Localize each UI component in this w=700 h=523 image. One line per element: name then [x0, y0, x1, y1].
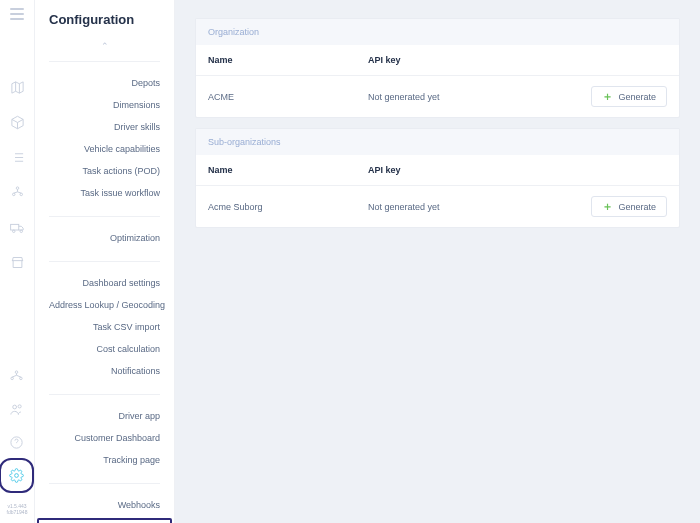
sidenav-group-3: Dashboard settings Address Lookup / Geoc… — [49, 261, 160, 394]
svg-point-7 — [11, 377, 14, 380]
package-icon[interactable] — [10, 115, 25, 130]
panel-heading-organization: Organization — [196, 19, 679, 45]
svg-point-1 — [12, 193, 15, 196]
app-root: v1.5.443 fdb71948 Configuration ⌃ Depots… — [0, 0, 700, 523]
users-icon[interactable] — [9, 402, 24, 417]
sidenav-item-tracking-page[interactable]: Tracking page — [49, 449, 160, 471]
sidenav-item-task-issue-workflow[interactable]: Task issue workflow — [49, 182, 160, 204]
list-icon[interactable] — [10, 150, 25, 165]
cell-org-key: Not generated yet — [356, 76, 556, 118]
svg-point-10 — [19, 405, 22, 408]
menu-toggle-icon[interactable] — [10, 8, 24, 20]
sidenav-group-2: Optimization — [49, 216, 160, 261]
col-header-name: Name — [196, 45, 356, 76]
sidenav-item-task-actions[interactable]: Task actions (POD) — [49, 160, 160, 182]
generate-button[interactable]: ＋ Generate — [591, 196, 667, 217]
plus-icon: ＋ — [602, 201, 613, 212]
sidenav-item-active-wrap: API keys — [37, 518, 172, 523]
sidenav-item-customer-dashboard[interactable]: Customer Dashboard — [49, 427, 160, 449]
rail-bottom-icons: v1.5.443 fdb71948 — [7, 369, 28, 523]
sidenav-item-webhooks[interactable]: Webhooks — [49, 494, 160, 516]
settings-icon[interactable] — [9, 468, 24, 483]
sidenav-group-4: Driver app Customer Dashboard Tracking p… — [49, 394, 160, 483]
sidenav-item-optimization[interactable]: Optimization — [49, 227, 160, 249]
sidenav-item-depots[interactable]: Depots — [49, 72, 160, 94]
sidenav-item-dashboard-settings[interactable]: Dashboard settings — [49, 272, 160, 294]
cell-org-name: ACME — [196, 76, 356, 118]
svg-point-5 — [20, 230, 23, 233]
col-header-actions — [556, 155, 679, 186]
sidenav-item-task-csv-import[interactable]: Task CSV import — [49, 316, 160, 338]
main-content: Organization Name API key ACME Not gener… — [175, 0, 700, 523]
cell-suborg-key: Not generated yet — [356, 186, 556, 228]
sidenav-item-driver-app[interactable]: Driver app — [49, 405, 160, 427]
sidenav-body: ⌃ Depots Dimensions Driver skills Vehicl… — [35, 37, 174, 523]
sidenav-item-vehicle-capabilities[interactable]: Vehicle capabilities — [49, 138, 160, 160]
table-row: ACME Not generated yet ＋ Generate — [196, 76, 679, 118]
svg-point-2 — [20, 193, 23, 196]
org-icon[interactable] — [10, 185, 25, 200]
map-icon[interactable] — [10, 80, 25, 95]
version-label: v1.5.443 fdb71948 — [7, 503, 28, 515]
col-header-key: API key — [356, 45, 556, 76]
panel-organization: Organization Name API key ACME Not gener… — [195, 18, 680, 118]
sidenav-item-notifications[interactable]: Notifications — [49, 360, 160, 382]
sidenav-group-1: Depots Dimensions Driver skills Vehicle … — [49, 61, 160, 216]
col-header-key: API key — [356, 155, 556, 186]
panel-sub-organizations: Sub-organizations Name API key Acme Subo… — [195, 128, 680, 228]
svg-point-9 — [13, 405, 17, 409]
panel-heading-sub-organizations: Sub-organizations — [196, 129, 679, 155]
svg-point-8 — [20, 377, 23, 380]
sidenav-item-dimensions[interactable]: Dimensions — [49, 94, 160, 116]
help-icon[interactable] — [9, 435, 24, 450]
sidenav-item-cost-calculation[interactable]: Cost calculation — [49, 338, 160, 360]
store-icon[interactable] — [10, 255, 25, 270]
svg-point-12 — [15, 474, 19, 478]
share-icon[interactable] — [9, 369, 24, 384]
icon-rail: v1.5.443 fdb71948 — [0, 0, 35, 523]
sidenav-group-5: Webhooks API keys — [49, 483, 160, 523]
svg-point-6 — [16, 371, 19, 374]
table-row: Acme Suborg Not generated yet ＋ Generate — [196, 186, 679, 228]
page-title: Configuration — [35, 0, 174, 37]
generate-button[interactable]: ＋ Generate — [591, 86, 667, 107]
svg-point-4 — [12, 230, 15, 233]
plus-icon: ＋ — [602, 91, 613, 102]
sidenav: Configuration ⌃ Depots Dimensions Driver… — [35, 0, 175, 523]
col-header-actions — [556, 45, 679, 76]
generate-button-label: Generate — [618, 202, 656, 212]
version-line-2: fdb71948 — [7, 509, 28, 515]
truck-icon[interactable] — [10, 220, 25, 235]
cell-suborg-name: Acme Suborg — [196, 186, 356, 228]
suborg-table: Name API key Acme Suborg Not generated y… — [196, 155, 679, 227]
chevron-up-icon[interactable]: ⌃ — [49, 37, 160, 61]
svg-point-0 — [16, 187, 19, 190]
cell-suborg-actions: ＋ Generate — [556, 186, 679, 228]
col-header-name: Name — [196, 155, 356, 186]
sidenav-item-driver-skills[interactable]: Driver skills — [49, 116, 160, 138]
svg-rect-3 — [10, 224, 18, 230]
rail-top-icons — [10, 80, 25, 369]
org-table: Name API key ACME Not generated yet ＋ Ge… — [196, 45, 679, 117]
sidenav-item-address-lookup[interactable]: Address Lookup / Geocoding — [49, 294, 160, 316]
cell-org-actions: ＋ Generate — [556, 76, 679, 118]
generate-button-label: Generate — [618, 92, 656, 102]
